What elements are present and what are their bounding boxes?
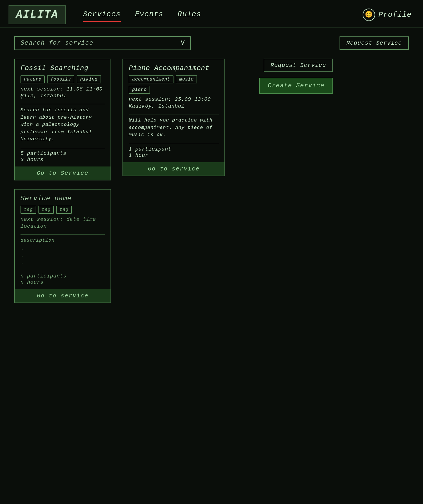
profile-icon[interactable]: 😊: [363, 9, 375, 21]
desc-dot-1: ·: [21, 247, 105, 252]
card2-title: Piano Accompaniment: [129, 64, 219, 72]
template-location: location: [21, 223, 105, 229]
request-service-button[interactable]: Request Service: [340, 36, 409, 50]
template-description: description: [21, 237, 105, 244]
card2-hours: 1 hour: [129, 153, 219, 158]
card1-divider1: [21, 104, 105, 104]
fossil-searching-card: Fossil Searching nature fossils hiking n…: [14, 59, 111, 180]
main-content: Search for service V Request Service Fos…: [0, 28, 423, 312]
card2-participants: 1 participant: [129, 146, 219, 152]
search-bar[interactable]: Search for service V: [14, 36, 191, 50]
card1-hours: 3 hours: [21, 157, 105, 162]
template-hours: n hours: [21, 279, 105, 285]
nav: Services Events Rules: [77, 10, 351, 20]
profile-area: 😊 Profile: [363, 9, 412, 21]
request-service-button-right[interactable]: Request Service: [264, 59, 333, 72]
card1-go-to-button[interactable]: Go to Service: [15, 166, 111, 180]
card2-session: next session: 25.09 13:00: [129, 96, 219, 102]
card2-divider1: [129, 114, 219, 114]
card1-tag-nature[interactable]: nature: [21, 75, 45, 83]
cards-left-column: Fossil Searching nature fossils hiking n…: [14, 59, 111, 303]
create-service-button[interactable]: Create Service: [259, 78, 333, 94]
card1-description: Search for fossils and learn about pre-h…: [21, 106, 105, 143]
search-chevron: V: [181, 40, 185, 47]
template-tag-3[interactable]: tag: [56, 206, 72, 214]
nav-item-rules[interactable]: Rules: [177, 10, 201, 20]
card1-tag-hiking[interactable]: hiking: [77, 75, 101, 83]
desc-dot-2: ·: [21, 254, 105, 259]
card2-divider2: [129, 144, 219, 144]
template-desc-lines: · · ·: [21, 247, 105, 266]
cards-center-column: Piano Accompaniment accompaniment music …: [122, 59, 225, 176]
card1-title: Fossil Searching: [21, 64, 105, 72]
template-divider2: [21, 271, 105, 271]
card2-tag-accompaniment[interactable]: accompaniment: [129, 75, 173, 83]
card1-location: Şile, Istanbul: [21, 93, 105, 99]
template-tag-1[interactable]: tag: [21, 206, 36, 214]
card1-participants: 5 participants: [21, 151, 105, 156]
nav-item-events[interactable]: Events: [135, 10, 164, 20]
header: AILITA Services Events Rules 😊 Profile: [0, 0, 423, 28]
template-go-to-button[interactable]: Go to service: [15, 289, 111, 303]
template-tag-2[interactable]: tag: [38, 206, 54, 214]
card1-session: next session: 11.08 11:00: [21, 86, 105, 92]
profile-label[interactable]: Profile: [379, 11, 412, 19]
search-placeholder: Search for service: [21, 40, 93, 47]
card2-tags: accompaniment music piano: [129, 75, 219, 94]
search-row: Search for service V Request Service: [14, 36, 409, 50]
desc-dot-3: ·: [21, 260, 105, 266]
card1-divider2: [21, 148, 105, 148]
cards-section: Fossil Searching nature fossils hiking n…: [14, 59, 409, 303]
card2-description: Will help you practice with accompanimen…: [129, 117, 219, 139]
card2-tag-music[interactable]: music: [176, 75, 197, 83]
cards-right-column: Request Service Create Service: [259, 59, 333, 94]
card2-go-to-button[interactable]: Go to service: [123, 162, 224, 176]
template-session: next session: date time: [21, 217, 105, 222]
template-participants: n participants: [21, 273, 105, 279]
card2-tag-piano[interactable]: piano: [129, 86, 150, 94]
piano-accompaniment-card: Piano Accompaniment accompaniment music …: [122, 59, 225, 176]
logo[interactable]: AILITA: [9, 5, 66, 24]
card1-tag-fossils[interactable]: fossils: [47, 75, 74, 83]
nav-item-services[interactable]: Services: [83, 10, 121, 20]
template-card-title: Service name: [21, 195, 105, 202]
template-card-tags: tag tag tag: [21, 206, 105, 214]
template-service-card: Service name tag tag tag next session: d…: [14, 189, 111, 303]
template-divider1: [21, 234, 105, 234]
card1-tags: nature fossils hiking: [21, 75, 105, 83]
card2-location: Kadıköy, Istanbul: [129, 103, 219, 109]
